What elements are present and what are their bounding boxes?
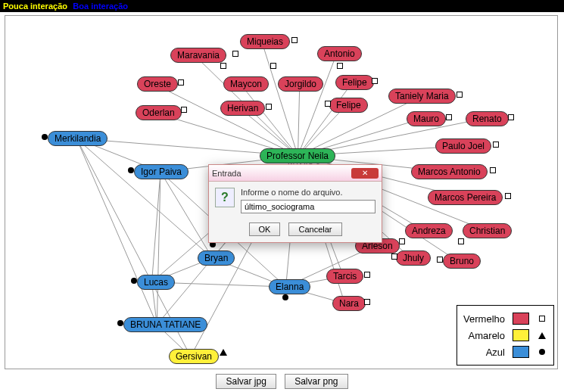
marker-square-icon bbox=[220, 63, 226, 69]
node-bryan[interactable]: Bryan bbox=[198, 250, 235, 266]
sociogram-canvas[interactable]: Professor NeilaMiqueiasMaravaniaAntonioO… bbox=[5, 15, 558, 369]
marker-circle-icon bbox=[128, 167, 134, 173]
save-dialog: Entrada ✕ ? Informe o nome do arquivo. O… bbox=[208, 164, 382, 243]
node-oderlan[interactable]: Oderlan bbox=[136, 105, 182, 120]
node-lucas[interactable]: Lucas bbox=[137, 275, 175, 290]
marker-square-icon bbox=[391, 254, 397, 260]
legend-swatch-yellow bbox=[513, 329, 529, 341]
marker-triangle-icon bbox=[220, 349, 227, 356]
marker-circle-icon bbox=[42, 134, 48, 140]
node-igor[interactable]: Igor Paiva bbox=[134, 164, 189, 179]
marker-square-icon bbox=[399, 238, 405, 244]
marker-square-icon bbox=[456, 92, 463, 98]
node-mauro[interactable]: Mauro bbox=[407, 111, 446, 126]
save-png-button[interactable]: Salvar png bbox=[285, 374, 347, 389]
node-maravania[interactable]: Maravania bbox=[170, 48, 226, 63]
legend-label-red: Vermelho bbox=[463, 313, 505, 325]
marker-square-icon bbox=[337, 63, 343, 69]
node-renato[interactable]: Renato bbox=[466, 111, 509, 126]
marker-square-icon bbox=[437, 257, 443, 263]
marker-square-icon bbox=[325, 101, 331, 107]
filename-input[interactable] bbox=[241, 200, 375, 213]
node-oreste[interactable]: Oreste bbox=[137, 76, 178, 92]
legend-label-yellow: Amarelo bbox=[469, 330, 505, 341]
node-jorgildo[interactable]: Jorgildo bbox=[278, 76, 323, 92]
center-node[interactable]: Professor Neila bbox=[260, 148, 335, 163]
svg-line-0 bbox=[262, 42, 298, 156]
svg-line-5 bbox=[298, 84, 300, 156]
cancel-button[interactable]: Cancelar bbox=[288, 222, 341, 236]
marker-square-icon bbox=[364, 272, 370, 278]
color-legend: Vermelho Amarelo Azul bbox=[456, 305, 554, 366]
node-maycon[interactable]: Maycon bbox=[223, 76, 269, 92]
marker-square-icon bbox=[266, 104, 272, 110]
question-icon: ? bbox=[215, 188, 235, 207]
marker-square-icon bbox=[178, 79, 184, 86]
node-marcosp[interactable]: Marcos Pereira bbox=[428, 190, 503, 205]
marker-square-icon bbox=[446, 114, 452, 120]
node-miqueias[interactable]: Miqueias bbox=[240, 34, 290, 49]
dialog-title: Entrada bbox=[212, 169, 241, 178]
close-icon[interactable]: ✕ bbox=[351, 168, 379, 179]
svg-line-4 bbox=[241, 84, 298, 156]
marker-circle-icon bbox=[117, 320, 123, 326]
marker-square-icon bbox=[270, 63, 276, 69]
node-felipe2[interactable]: Felipe bbox=[329, 98, 368, 113]
marker-square-icon bbox=[291, 37, 298, 43]
node-jhuly[interactable]: Jhuly bbox=[396, 250, 431, 266]
node-marcosa[interactable]: Marcos Antonio bbox=[411, 164, 488, 179]
legend-marker-square bbox=[537, 316, 547, 322]
node-antonio[interactable]: Antonio bbox=[317, 46, 362, 61]
node-tarcis[interactable]: Tarcis bbox=[326, 269, 363, 284]
svg-line-37 bbox=[157, 172, 160, 325]
svg-line-34 bbox=[160, 172, 213, 258]
node-bruno[interactable]: Bruno bbox=[443, 254, 481, 269]
marker-circle-icon bbox=[131, 278, 137, 284]
legend-label-blue: Azul bbox=[486, 347, 505, 358]
svg-line-31 bbox=[76, 138, 212, 258]
legend-low-interaction: Pouca interação bbox=[3, 2, 67, 11]
node-merkilandia[interactable]: Merkilandia bbox=[48, 131, 108, 146]
svg-line-6 bbox=[298, 82, 353, 156]
legend-high-interaction: Boa interação bbox=[73, 2, 128, 11]
marker-square-icon bbox=[505, 193, 511, 199]
marker-circle-icon bbox=[282, 294, 288, 300]
node-taniely[interactable]: Taniely Maria bbox=[388, 89, 456, 104]
legend-marker-circle bbox=[537, 349, 547, 355]
node-gersivan[interactable]: Gersivan bbox=[169, 349, 219, 364]
legend-swatch-blue bbox=[513, 346, 529, 358]
marker-square-icon bbox=[490, 167, 496, 173]
marker-square-icon bbox=[508, 114, 514, 120]
node-herivan[interactable]: Herivan bbox=[220, 101, 265, 116]
node-andreza[interactable]: Andreza bbox=[405, 223, 453, 238]
node-nara[interactable]: Nara bbox=[332, 296, 366, 311]
node-paulojoel[interactable]: Paulo Joel bbox=[435, 138, 491, 154]
node-felipe1[interactable]: Felipe bbox=[335, 75, 374, 90]
marker-square-icon bbox=[232, 51, 238, 57]
marker-square-icon bbox=[364, 299, 370, 305]
dialog-prompt: Informe o nome do arquivo. bbox=[241, 188, 375, 197]
save-jpg-button[interactable]: Salvar jpg bbox=[216, 374, 276, 389]
marker-square-icon bbox=[458, 238, 464, 244]
node-bruna[interactable]: BRUNA TATIANE bbox=[123, 317, 207, 332]
legend-marker-triangle bbox=[537, 332, 547, 339]
node-christian[interactable]: Christian bbox=[463, 223, 512, 238]
top-bar: Pouca interação Boa interação bbox=[0, 0, 564, 12]
ok-button[interactable]: OK bbox=[249, 222, 281, 236]
marker-square-icon bbox=[372, 78, 378, 84]
dialog-titlebar[interactable]: Entrada ✕ bbox=[209, 165, 382, 182]
legend-swatch-red bbox=[513, 313, 529, 325]
node-elanna[interactable]: Elanna bbox=[269, 279, 310, 294]
svg-line-32 bbox=[76, 138, 151, 282]
svg-line-35 bbox=[152, 172, 161, 282]
marker-square-icon bbox=[181, 107, 187, 113]
bottom-toolbar: Salvar jpg Salvar png bbox=[0, 372, 564, 392]
marker-square-icon bbox=[493, 142, 499, 148]
